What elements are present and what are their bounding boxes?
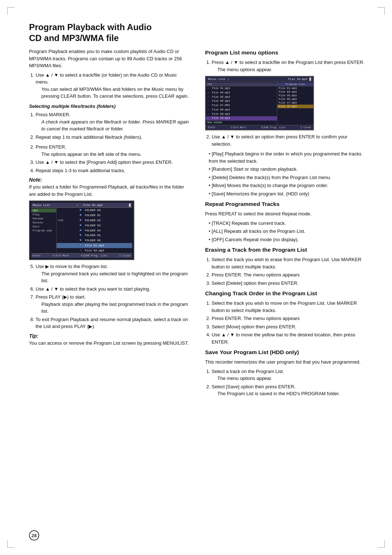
plm-bullet-item: [Move] Moves the track(s) to change the … (209, 182, 367, 189)
changing-step-4: Use ▲ / ▼ to move the yellow bar to the … (212, 331, 367, 345)
screen1-body: HDD PlayRandomDeleteEditProgram add ▶FOL… (31, 208, 132, 253)
changing-step-2: Press ENTER. The menu options appears (212, 315, 367, 322)
selecting-steps: Press MARKER. A check mark appears on th… (29, 111, 191, 141)
screen2-prog-rows: File 01.mp3File 03.mp3File 05.mp3File 06… (277, 86, 313, 108)
sel-step1-note: A check mark appears on the file/track o… (36, 118, 191, 133)
screen1-menu-items: PlayRandomDeleteEditProgram add (31, 212, 56, 232)
plm-step-1: Press ▲ / ▼ to select a track/file on th… (212, 59, 367, 73)
changing-section: Changing Track Order in the Program List… (205, 290, 367, 345)
step-8: To exit Program Playback and resume norm… (36, 316, 191, 330)
main-steps-5-8: Use ▶ to move to the Program list. The p… (29, 263, 191, 330)
changing-step-3: Select [Move] option then press ENTER. (212, 323, 367, 331)
screen2-hdd-row: HDD (206, 82, 277, 86)
save-steps: Select a track on the Program List. The … (205, 368, 367, 397)
step-5: Use ▶ to move to the Program list. The p… (36, 263, 191, 284)
step-7: Press PLAY (▶) to start. Playback stops … (36, 293, 191, 315)
screen2-prog-list: Program list File 01.mp3File 03.mp3File … (277, 82, 313, 125)
step5-note: The programmed track you selected last i… (36, 270, 191, 284)
screen2-list-rows: ♪File 01.mp3♪File 04.mp3♪File 05.mp3♪Fil… (206, 86, 277, 121)
repeat-bullets: [TRACK] Repeats the current track.[ALL] … (205, 220, 367, 243)
step-1: Use ▲ / ▼ to select a track/file (or fol… (36, 72, 191, 100)
repeat-bullet-item: [ALL] Repeats all tracks on the Program … (209, 228, 367, 235)
screen-mockup-1: Music List ♪ File 01.mp3 ▓ HDD PlayRando… (29, 200, 134, 260)
erasing-steps: Select the track you wish to erase from … (205, 256, 367, 287)
repeat-bullet-item: [TRACK] Repeats the current track. (209, 220, 367, 227)
screen2-list: HDD ♪File 01.mp3♪File 04.mp3♪File 05.mp3… (206, 82, 277, 125)
screen1-filelist: ▶FOLDER 00▶FOLDER 01USB▶FOLDER 02▶FOLDER… (57, 208, 132, 253)
main-title: Program Playback with Audio CD and MP3/W… (29, 22, 367, 44)
title-line1: Program Playback with Audio (29, 22, 152, 32)
plm-step1-note: The menu options appear. (212, 66, 367, 73)
corner-bl (7, 540, 15, 548)
plm-bullet-item: [Play] Playback begins in the order in w… (209, 150, 367, 165)
erasing-step-3: Select [Delete] option then press ENTER. (212, 280, 367, 287)
erasing-step-1: Select the track you wish to erase from … (212, 256, 367, 270)
plm-bullets: [Play] Playback begins in the order in w… (205, 150, 367, 197)
plm-bullet-item: [Delete] Deletes the track(s) from the P… (209, 174, 367, 181)
corner-tr (377, 7, 385, 15)
screen1-menu: HDD PlayRandomDeleteEditProgram add (31, 208, 57, 253)
save-intro: This recorder memorizes the user program… (205, 358, 367, 366)
screen2-body: HDD ♪File 01.mp3♪File 04.mp3♪File 05.mp3… (206, 82, 313, 125)
sel-step-2: Repeat step 1 to mark additional file/tr… (36, 134, 191, 141)
plm-steps-2: Use ▲ / ▼ to select an option then press… (205, 133, 367, 147)
changing-title: Changing Track Order in the Program List (205, 290, 367, 297)
screen2-prog-header: Program list (277, 82, 313, 86)
right-column: Program List menu options Press ▲ / ▼ to… (205, 48, 367, 400)
intro-paragraph: Program Playback enables you to make cus… (29, 48, 191, 69)
step-6: Use ▲ / ▼ to select the track you want t… (36, 285, 191, 293)
prog-list-menu-title: Program List menu options (205, 49, 367, 56)
selecting-multiple-section: Selecting multiple files/tracks (folders… (29, 103, 191, 141)
screen2-footer: EnterC/S/U MarkCLEAR Prog. List2 Close (206, 125, 313, 130)
corner-tl (7, 7, 15, 15)
step1-note: You can select all MP3/WMA files and fol… (36, 86, 191, 100)
main-steps-continued: Press ENTER. The options appear on the l… (29, 143, 191, 174)
step-2: Press ENTER. The options appear on the l… (36, 143, 191, 158)
screen-mockup-2: Music List ♪ File 10.mp3 ▓ HDD ♪File 01.… (205, 76, 314, 130)
plm-bullet-item: [Save] Memorizes the program list. (HDD … (209, 190, 367, 198)
plm-step-2: Use ▲ / ▼ to select an option then press… (212, 133, 367, 147)
tip-text: You can access or remove the Program Lis… (29, 340, 191, 347)
step7-note: Playback stops after playing the last pr… (36, 301, 191, 315)
repeat-title: Repeat Programmed Tracks (205, 201, 367, 207)
sel-step-1: Press MARKER. A check mark appears on th… (36, 111, 191, 133)
erasing-section: Erasing a Track from the Program List Se… (205, 247, 367, 287)
save-step1-note: The menu options appear. (212, 375, 367, 382)
plm-steps: Press ▲ / ▼ to select a track/file on th… (205, 59, 367, 73)
save-step-1: Select a track on the Program List. The … (212, 368, 367, 382)
menu-hdd: HDD (31, 208, 56, 212)
save-step2-note: The Program List is saved in the HDD's P… (212, 390, 367, 397)
save-step-2: Select [Save] option then press ENTER. T… (212, 383, 367, 397)
step-4: Repeat steps 1-3 to mark additional trac… (36, 167, 191, 174)
screen1-footer: EnterC/S/U MarkCLEAR Prog. List2 Close (31, 253, 132, 258)
page: Program Playback with Audio CD and MP3/W… (0, 0, 392, 555)
step-3: Use ▲ / ▼ to select the [Program Add] op… (36, 159, 191, 166)
screen2-new-album: New album (206, 121, 277, 124)
note-text: If you select a folder for Programmed Pl… (29, 183, 191, 198)
main-steps-list: Use ▲ / ▼ to select a track/file (or fol… (29, 72, 191, 100)
repeat-section: Repeat Programmed Tracks Press REPEAT to… (205, 201, 367, 243)
erasing-title: Erasing a Track from the Program List (205, 247, 367, 253)
save-title: Save Your Program List (HDD only) (205, 349, 367, 356)
repeat-intro: Press REPEAT to select the desired Repea… (205, 210, 367, 218)
note-box: Note: If you select a folder for Program… (29, 177, 191, 198)
changing-step-1: Select the track you wish to move on the… (212, 300, 367, 314)
repeat-bullet-item: [OFF] Cancels Repeat mode (no display). (209, 236, 367, 243)
step2-note: The options appear on the left side of t… (36, 151, 191, 158)
title-line2: CD and MP3/WMA file (29, 33, 119, 43)
save-section: Save Your Program List (HDD only) This r… (205, 349, 367, 397)
erasing-step-2: Press ENTER. The menu options appears (212, 271, 367, 279)
tip-box: Tip: You can access or remove the Progra… (29, 333, 191, 347)
plm-bullet-item: [Random] Start or stop random playback. (209, 166, 367, 173)
changing-steps: Select the track you wish to move on the… (205, 300, 367, 345)
selecting-title: Selecting multiple files/tracks (folders… (29, 103, 191, 110)
left-column: Program Playback enables you to make cus… (29, 48, 191, 400)
page-number: 28 (29, 530, 39, 540)
screen1-header: Music List ♪ File 01.mp3 ▓ (31, 203, 132, 208)
screen2-header: Music List ♪ File 10.mp3 ▓ (206, 77, 313, 82)
corner-br (377, 540, 385, 548)
